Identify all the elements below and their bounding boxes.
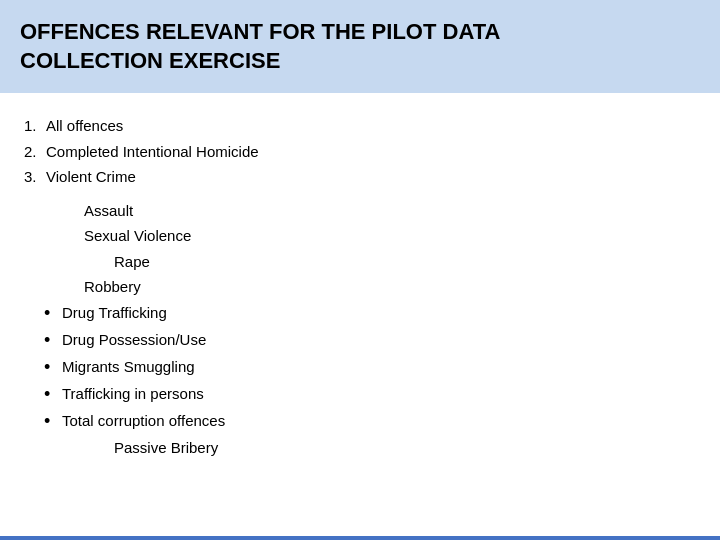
bullet-item-1: • Drug Possession/Use [24, 327, 696, 354]
bullet-item-0: • Drug Trafficking [24, 300, 696, 327]
header-title: OFFENCES RELEVANT FOR THE PILOT DATA COL… [20, 18, 700, 75]
header-title-line2: COLLECTION EXERCISE [20, 48, 280, 73]
footer-line [0, 536, 720, 540]
header: OFFENCES RELEVANT FOR THE PILOT DATA COL… [0, 0, 720, 93]
bullet-dot-1: • [44, 327, 62, 354]
bullet-text-1: Drug Possession/Use [62, 327, 206, 353]
rape-item: Rape [24, 249, 696, 275]
list-item-1: 1. All offences [24, 113, 696, 139]
bullet-dot-4: • [44, 408, 62, 435]
page-container: OFFENCES RELEVANT FOR THE PILOT DATA COL… [0, 0, 720, 540]
list-text-2: Completed Intentional Homicide [46, 139, 259, 165]
bullet-dot-3: • [44, 381, 62, 408]
bullet-item-3: • Trafficking in persons [24, 381, 696, 408]
bullet-text-4: Total corruption offences [62, 408, 225, 434]
list-number-1: 1. [24, 113, 46, 139]
numbered-list: 1. All offences 2. Completed Intentional… [24, 113, 696, 190]
header-title-line1: OFFENCES RELEVANT FOR THE PILOT DATA [20, 19, 500, 44]
bullet-dot-0: • [44, 300, 62, 327]
bullet-text-0: Drug Trafficking [62, 300, 167, 326]
list-number-2: 2. [24, 139, 46, 165]
sexual-violence-item: Sexual Violence [24, 223, 696, 249]
list-text-1: All offences [46, 113, 123, 139]
bullet-item-4: • Total corruption offences [24, 408, 696, 435]
list-number-3: 3. [24, 164, 46, 190]
bullet-dot-2: • [44, 354, 62, 381]
list-item-3: 3. Violent Crime [24, 164, 696, 190]
bullet-text-2: Migrants Smuggling [62, 354, 195, 380]
bullet-list: • Drug Trafficking • Drug Possession/Use… [24, 300, 696, 435]
passive-bribery-item: Passive Bribery [24, 435, 696, 461]
list-item-2: 2. Completed Intentional Homicide [24, 139, 696, 165]
content-area: 1. All offences 2. Completed Intentional… [0, 93, 720, 536]
bullet-item-2: • Migrants Smuggling [24, 354, 696, 381]
assault-item: Assault [24, 198, 696, 224]
bullet-text-3: Trafficking in persons [62, 381, 204, 407]
list-text-3: Violent Crime [46, 164, 136, 190]
robbery-item: Robbery [24, 274, 696, 300]
